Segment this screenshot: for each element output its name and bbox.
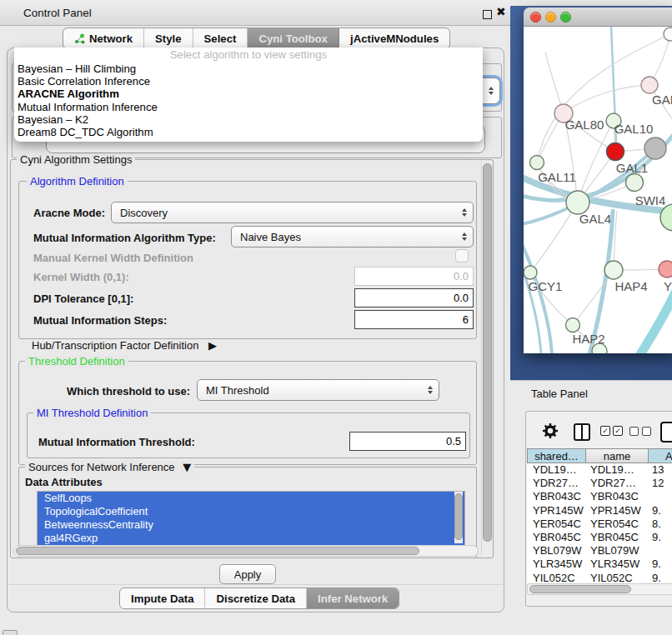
network-node[interactable] bbox=[644, 138, 666, 159]
divider bbox=[8, 584, 503, 585]
mi-type-value: Naive Bayes bbox=[240, 231, 301, 243]
node-label-gal4: GAL4 bbox=[579, 212, 611, 226]
tab-style[interactable]: Style bbox=[144, 28, 193, 48]
column-header-1[interactable]: shared… bbox=[527, 448, 586, 463]
network-node[interactable] bbox=[566, 318, 580, 332]
table-cell: YBR043C bbox=[586, 490, 649, 503]
table-row[interactable]: YLR345WYLR345W9. bbox=[527, 558, 672, 571]
network-node[interactable] bbox=[626, 174, 644, 192]
float-window-icon[interactable] bbox=[483, 10, 492, 19]
network-canvas[interactable]: GALGAL80GAL10GAL1GAL11SWI4GAL4GCY1HAP4YH… bbox=[524, 27, 672, 353]
new-table-icon[interactable] bbox=[660, 422, 672, 442]
table-hscrollbar[interactable] bbox=[527, 583, 672, 595]
table-row[interactable]: YBR045CYBR045C9. bbox=[527, 531, 672, 544]
column-header-2[interactable]: name bbox=[586, 448, 649, 463]
attribute-item-topologicalcoefficient[interactable]: TopologicalCoefficient bbox=[38, 505, 464, 518]
algorithm-option-bayesian-hill-climbing[interactable]: Bayesian – Hill Climbing bbox=[14, 62, 483, 75]
network-node[interactable] bbox=[566, 191, 589, 214]
mi-threshold-field[interactable] bbox=[349, 432, 466, 451]
which-threshold-combo[interactable]: MI Threshold bbox=[197, 379, 439, 401]
apply-button[interactable]: Apply bbox=[219, 564, 276, 584]
tab-infer-network[interactable]: Infer Network bbox=[307, 588, 399, 608]
table-row[interactable]: YPR145WYPR145W9. bbox=[527, 504, 672, 518]
network-node[interactable] bbox=[604, 261, 623, 279]
dpi-tolerance-field[interactable] bbox=[354, 288, 474, 308]
checked-box-icon: ✓ bbox=[613, 426, 623, 436]
tab-select[interactable]: Select bbox=[193, 28, 248, 48]
column-view-icon[interactable] bbox=[574, 423, 590, 441]
algorithm-option-bayesian-k2[interactable]: Bayesian – K2 bbox=[14, 113, 483, 126]
table-cell: YDR27… bbox=[527, 477, 586, 490]
network-node[interactable] bbox=[641, 77, 658, 93]
network-node[interactable] bbox=[664, 28, 672, 41]
data-attributes-list: SelfLoopsTopologicalCoefficientBetweenne… bbox=[37, 491, 465, 546]
node-label-gal80: GAL80 bbox=[565, 118, 604, 132]
tab-jactivemnodules[interactable]: jActiveMNodules bbox=[339, 28, 449, 48]
settings-scrollbar[interactable] bbox=[481, 161, 492, 555]
clear-checks-icon[interactable] bbox=[629, 427, 651, 436]
select-all-checks-icon[interactable]: ✓ ✓ bbox=[600, 426, 623, 436]
network-edge bbox=[640, 289, 672, 353]
network-window-titlebar[interactable] bbox=[524, 8, 672, 27]
attribute-item-gal4rgexp[interactable]: gal4RGexp bbox=[38, 532, 464, 545]
tab-discretize-data[interactable]: Discretize Data bbox=[205, 588, 307, 608]
sources-legend: Sources for Network Inference ▼ bbox=[25, 461, 194, 473]
table-row[interactable]: YDL19…YDL19…13 bbox=[527, 463, 672, 477]
settings-scrollbar-thumb[interactable] bbox=[483, 163, 492, 542]
network-node[interactable] bbox=[607, 143, 624, 161]
network-node[interactable] bbox=[524, 266, 537, 279]
network-node[interactable] bbox=[659, 261, 672, 278]
mi-steps-field[interactable] bbox=[354, 310, 474, 329]
table-hscrollbar-thumb[interactable] bbox=[529, 585, 631, 593]
attributes-scrollbar-thumb[interactable] bbox=[454, 493, 463, 540]
node-label-gcy1: GCY1 bbox=[529, 279, 563, 293]
tab-impute-data[interactable]: Impute Data bbox=[120, 588, 205, 608]
kernel-width-field[interactable] bbox=[354, 267, 474, 286]
network-node[interactable] bbox=[530, 156, 544, 170]
tab-network[interactable]: Network bbox=[63, 28, 144, 48]
network-window: GALGAL80GAL10GAL1GAL11SWI4GAL4GCY1HAP4YH… bbox=[524, 8, 672, 352]
corner-button[interactable] bbox=[3, 630, 18, 635]
manual-kernel-checkbox[interactable] bbox=[455, 249, 469, 262]
table-cell bbox=[649, 490, 652, 503]
table-cell: YBL079W bbox=[586, 544, 649, 558]
column-header-3[interactable]: A bbox=[649, 448, 672, 463]
settings-hscrollbar[interactable] bbox=[13, 545, 479, 557]
table-cell: 8. bbox=[649, 518, 661, 531]
tab-cyni-toolbox[interactable]: Cyni Toolbox bbox=[248, 28, 339, 48]
attribute-item-betweennesscentrality[interactable]: BetweennessCentrality bbox=[38, 518, 464, 532]
stepper-arrows-icon bbox=[462, 208, 467, 217]
attributes-scrollbar[interactable] bbox=[454, 492, 463, 543]
table-row[interactable]: YDR27…YDR27…12 bbox=[527, 477, 672, 490]
mi-type-combo[interactable]: Naive Bayes bbox=[231, 226, 474, 248]
settings-hscrollbar-thumb[interactable] bbox=[16, 547, 419, 555]
node-label-y: Y bbox=[664, 279, 672, 293]
data-attributes-label: Data Attributes bbox=[25, 476, 103, 488]
zoom-traffic-icon[interactable] bbox=[560, 12, 571, 22]
collapse-down-icon[interactable]: ▼ bbox=[183, 461, 191, 473]
table-row[interactable]: YER054CYER054C8. bbox=[527, 518, 672, 531]
algorithm-option-aracne-algorithm[interactable]: ARACNE Algorithm bbox=[14, 88, 483, 100]
network-edge bbox=[573, 270, 614, 325]
gear-icon[interactable] bbox=[542, 422, 559, 439]
close-traffic-icon[interactable] bbox=[530, 12, 541, 22]
algorithm-option-basic-correlation-inference[interactable]: Basic Correlation Inference bbox=[14, 75, 483, 88]
table-row[interactable]: YBR043CYBR043C bbox=[527, 490, 672, 503]
algorithm-popup-placeholder: Select algorithm to view settings bbox=[14, 48, 483, 62]
table-row[interactable]: YBL079WYBL079W bbox=[527, 544, 672, 558]
tab-label: Infer Network bbox=[318, 592, 388, 605]
algorithm-option-mutual-information-inference[interactable]: Mutual Information Inference bbox=[14, 101, 483, 113]
minimize-traffic-icon[interactable] bbox=[545, 12, 556, 22]
control-panel-title: Control Panel bbox=[23, 7, 92, 19]
table-cell: YER054C bbox=[586, 518, 649, 531]
table-row[interactable]: YIL052CYIL052C9. bbox=[527, 572, 672, 584]
algorithm-popup: Select algorithm to view settings Bayesi… bbox=[14, 48, 483, 142]
attribute-item-selfloops[interactable]: SelfLoops bbox=[38, 492, 464, 505]
cyni-settings-legend: Cyni Algorithm Settings bbox=[17, 153, 135, 166]
close-icon[interactable]: ✖ bbox=[496, 5, 506, 18]
algorithm-option-dream8-dc-tdc-algorithm[interactable]: Dream8 DC_TDC Algorithm bbox=[14, 126, 483, 138]
hub-definition-toggle[interactable]: Hub/Transcription Factor Definition ▶ bbox=[32, 339, 217, 352]
aracne-mode-combo[interactable]: Discovery bbox=[111, 202, 474, 223]
expand-right-icon[interactable]: ▶ bbox=[208, 339, 217, 352]
tab-label: Discretize Data bbox=[216, 592, 295, 605]
